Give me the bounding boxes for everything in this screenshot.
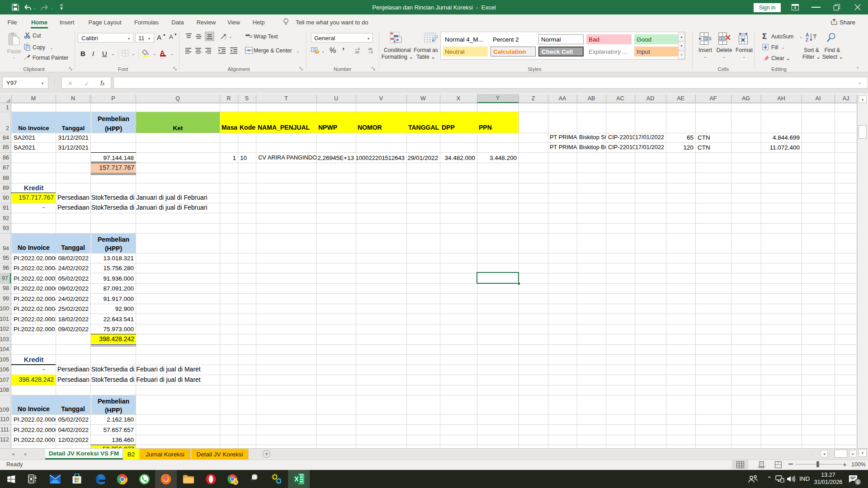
svg-text:A: A <box>806 33 809 38</box>
svg-text:.00: .00 <box>354 50 359 53</box>
svg-text:≠: ≠ <box>396 37 399 42</box>
svg-text:Z: Z <box>806 38 808 42</box>
svg-text:→0: →0 <box>368 50 373 53</box>
svg-text:ab: ab <box>245 33 250 37</box>
